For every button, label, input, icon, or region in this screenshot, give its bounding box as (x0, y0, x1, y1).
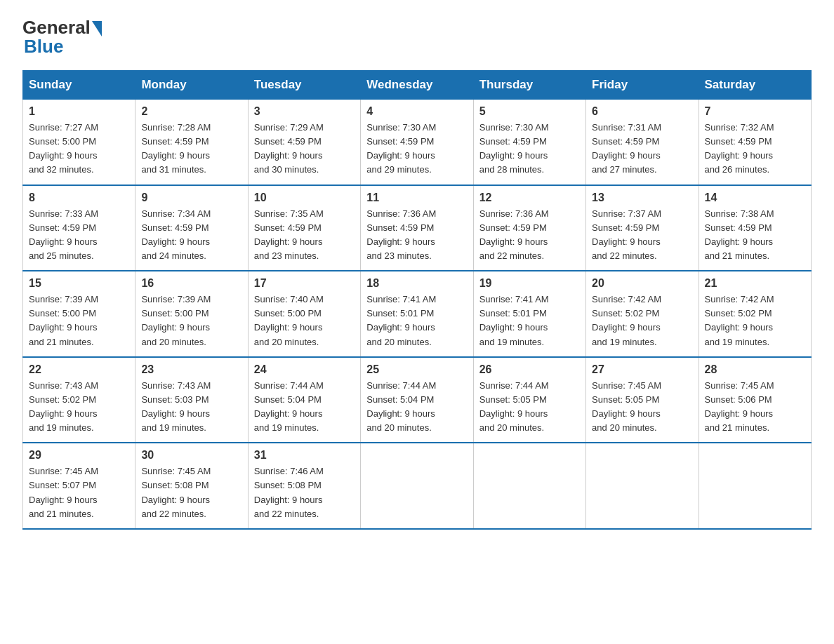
logo-arrow-icon (92, 21, 102, 36)
calendar-day-cell: 30Sunrise: 7:45 AMSunset: 5:08 PMDayligh… (135, 443, 248, 529)
day-info: Sunrise: 7:39 AMSunset: 5:00 PMDaylight:… (29, 293, 129, 349)
day-number: 27 (592, 363, 692, 376)
day-number: 15 (29, 277, 129, 290)
day-number: 19 (479, 277, 580, 290)
day-info: Sunrise: 7:40 AMSunset: 5:00 PMDaylight:… (254, 293, 355, 349)
calendar-day-cell: 26Sunrise: 7:44 AMSunset: 5:05 PMDayligh… (473, 357, 585, 443)
calendar-day-cell: 11Sunrise: 7:36 AMSunset: 4:59 PMDayligh… (361, 185, 473, 271)
day-number: 6 (592, 105, 692, 118)
calendar-day-cell: 1Sunrise: 7:27 AMSunset: 5:00 PMDaylight… (23, 100, 135, 185)
day-number: 9 (141, 192, 241, 204)
calendar-day-cell: 22Sunrise: 7:43 AMSunset: 5:02 PMDayligh… (23, 357, 135, 443)
day-info: Sunrise: 7:46 AMSunset: 5:08 PMDaylight:… (254, 464, 355, 521)
calendar-day-cell (699, 443, 811, 529)
calendar-day-cell (473, 443, 585, 529)
day-info: Sunrise: 7:36 AMSunset: 4:59 PMDaylight:… (479, 207, 580, 264)
calendar-day-cell: 17Sunrise: 7:40 AMSunset: 5:00 PMDayligh… (248, 271, 360, 357)
day-info: Sunrise: 7:33 AMSunset: 4:59 PMDaylight:… (29, 207, 129, 264)
day-info: Sunrise: 7:30 AMSunset: 4:59 PMDaylight:… (479, 121, 580, 177)
day-number: 20 (592, 277, 692, 290)
day-info: Sunrise: 7:35 AMSunset: 4:59 PMDaylight:… (254, 207, 355, 264)
calendar-day-cell: 25Sunrise: 7:44 AMSunset: 5:04 PMDayligh… (361, 357, 473, 443)
calendar-day-cell: 28Sunrise: 7:45 AMSunset: 5:06 PMDayligh… (699, 357, 811, 443)
calendar-day-cell: 13Sunrise: 7:37 AMSunset: 4:59 PMDayligh… (586, 185, 699, 271)
calendar-day-cell: 9Sunrise: 7:34 AMSunset: 4:59 PMDaylight… (135, 185, 248, 271)
day-number: 26 (479, 363, 580, 376)
calendar-day-cell: 4Sunrise: 7:30 AMSunset: 4:59 PMDaylight… (361, 100, 473, 185)
day-info: Sunrise: 7:43 AMSunset: 5:03 PMDaylight:… (141, 379, 241, 436)
calendar-week-row: 22Sunrise: 7:43 AMSunset: 5:02 PMDayligh… (23, 357, 812, 443)
day-info: Sunrise: 7:45 AMSunset: 5:05 PMDaylight:… (592, 379, 692, 436)
day-number: 8 (29, 192, 129, 204)
header-tuesday: Tuesday (248, 71, 360, 100)
day-number: 11 (366, 192, 467, 204)
calendar-day-cell (586, 443, 699, 529)
calendar-day-cell: 19Sunrise: 7:41 AMSunset: 5:01 PMDayligh… (473, 271, 585, 357)
calendar-header-row: SundayMondayTuesdayWednesdayThursdayFrid… (23, 71, 812, 100)
day-info: Sunrise: 7:41 AMSunset: 5:01 PMDaylight:… (366, 293, 467, 349)
calendar-day-cell (361, 443, 473, 529)
day-info: Sunrise: 7:45 AMSunset: 5:07 PMDaylight:… (29, 464, 129, 521)
day-number: 18 (366, 277, 467, 290)
day-info: Sunrise: 7:45 AMSunset: 5:08 PMDaylight:… (141, 464, 241, 521)
day-number: 12 (479, 192, 580, 204)
day-number: 7 (705, 105, 805, 118)
calendar-day-cell: 15Sunrise: 7:39 AMSunset: 5:00 PMDayligh… (23, 271, 135, 357)
calendar-day-cell: 24Sunrise: 7:44 AMSunset: 5:04 PMDayligh… (248, 357, 360, 443)
day-number: 30 (141, 449, 241, 462)
day-info: Sunrise: 7:30 AMSunset: 4:59 PMDaylight:… (366, 121, 467, 177)
day-number: 4 (366, 105, 467, 118)
header-saturday: Saturday (699, 71, 811, 100)
calendar-day-cell: 6Sunrise: 7:31 AMSunset: 4:59 PMDaylight… (586, 100, 699, 185)
calendar-day-cell: 18Sunrise: 7:41 AMSunset: 5:01 PMDayligh… (361, 271, 473, 357)
day-info: Sunrise: 7:38 AMSunset: 4:59 PMDaylight:… (705, 207, 805, 264)
day-number: 25 (366, 363, 467, 376)
calendar-day-cell: 29Sunrise: 7:45 AMSunset: 5:07 PMDayligh… (23, 443, 135, 529)
day-info: Sunrise: 7:45 AMSunset: 5:06 PMDaylight:… (705, 379, 805, 436)
day-info: Sunrise: 7:36 AMSunset: 4:59 PMDaylight:… (366, 207, 467, 264)
day-info: Sunrise: 7:29 AMSunset: 4:59 PMDaylight:… (254, 121, 355, 177)
day-info: Sunrise: 7:34 AMSunset: 4:59 PMDaylight:… (141, 207, 241, 264)
day-number: 2 (141, 105, 241, 118)
calendar-day-cell: 3Sunrise: 7:29 AMSunset: 4:59 PMDaylight… (248, 100, 360, 185)
day-info: Sunrise: 7:27 AMSunset: 5:00 PMDaylight:… (29, 121, 129, 177)
day-number: 14 (705, 192, 805, 204)
day-info: Sunrise: 7:37 AMSunset: 4:59 PMDaylight:… (592, 207, 692, 264)
header-sunday: Sunday (23, 71, 135, 100)
calendar-week-row: 29Sunrise: 7:45 AMSunset: 5:07 PMDayligh… (23, 443, 812, 529)
day-number: 3 (254, 105, 355, 118)
day-info: Sunrise: 7:39 AMSunset: 5:00 PMDaylight:… (141, 293, 241, 349)
calendar-day-cell: 14Sunrise: 7:38 AMSunset: 4:59 PMDayligh… (699, 185, 811, 271)
day-number: 24 (254, 363, 355, 376)
calendar-day-cell: 21Sunrise: 7:42 AMSunset: 5:02 PMDayligh… (699, 271, 811, 357)
day-number: 29 (29, 449, 129, 462)
day-number: 23 (141, 363, 241, 376)
calendar-table: SundayMondayTuesdayWednesdayThursdayFrid… (22, 70, 812, 530)
day-info: Sunrise: 7:43 AMSunset: 5:02 PMDaylight:… (29, 379, 129, 436)
day-info: Sunrise: 7:44 AMSunset: 5:04 PMDaylight:… (254, 379, 355, 436)
page-header: General Blue (22, 17, 812, 58)
calendar-week-row: 8Sunrise: 7:33 AMSunset: 4:59 PMDaylight… (23, 185, 812, 271)
day-number: 16 (141, 277, 241, 290)
calendar-day-cell: 8Sunrise: 7:33 AMSunset: 4:59 PMDaylight… (23, 185, 135, 271)
day-info: Sunrise: 7:32 AMSunset: 4:59 PMDaylight:… (705, 121, 805, 177)
day-number: 1 (29, 105, 129, 118)
calendar-day-cell: 7Sunrise: 7:32 AMSunset: 4:59 PMDaylight… (699, 100, 811, 185)
day-info: Sunrise: 7:28 AMSunset: 4:59 PMDaylight:… (141, 121, 241, 177)
day-info: Sunrise: 7:31 AMSunset: 4:59 PMDaylight:… (592, 121, 692, 177)
calendar-day-cell: 10Sunrise: 7:35 AMSunset: 4:59 PMDayligh… (248, 185, 360, 271)
calendar-day-cell: 12Sunrise: 7:36 AMSunset: 4:59 PMDayligh… (473, 185, 585, 271)
day-number: 17 (254, 277, 355, 290)
day-info: Sunrise: 7:44 AMSunset: 5:04 PMDaylight:… (366, 379, 467, 436)
header-monday: Monday (135, 71, 248, 100)
calendar-day-cell: 23Sunrise: 7:43 AMSunset: 5:03 PMDayligh… (135, 357, 248, 443)
day-info: Sunrise: 7:42 AMSunset: 5:02 PMDaylight:… (705, 293, 805, 349)
calendar-day-cell: 5Sunrise: 7:30 AMSunset: 4:59 PMDaylight… (473, 100, 585, 185)
calendar-week-row: 15Sunrise: 7:39 AMSunset: 5:00 PMDayligh… (23, 271, 812, 357)
day-number: 13 (592, 192, 692, 204)
logo-blue-text: Blue (24, 36, 63, 58)
header-friday: Friday (586, 71, 699, 100)
day-info: Sunrise: 7:41 AMSunset: 5:01 PMDaylight:… (479, 293, 580, 349)
day-info: Sunrise: 7:42 AMSunset: 5:02 PMDaylight:… (592, 293, 692, 349)
day-number: 28 (705, 363, 805, 376)
